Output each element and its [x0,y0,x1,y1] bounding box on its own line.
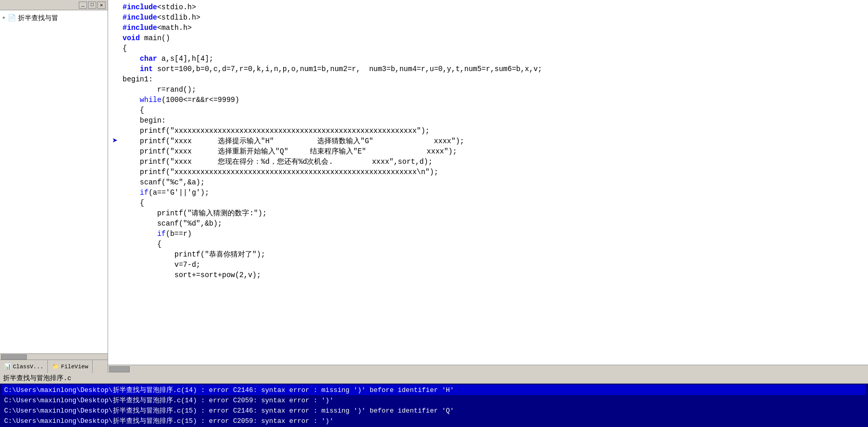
expand-icon: + [2,15,6,21]
code-line-19: if(a=='G'||'g'); [112,187,868,198]
code-line-5: { [112,43,868,54]
sidebar-tabs: 📊 ClassV... 📁 FileView [0,360,108,373]
output-filename: 折半查找与冒泡排序.c [0,373,868,384]
code-text-14: printf("xxxx 选择提示输入"H" 选择猜数输入"G" xxxx"); [123,136,868,146]
code-text-6: char a,s[4],h[4]; [123,54,868,64]
minimize-button[interactable]: _ [79,2,87,9]
code-text-12: begin: [123,115,868,126]
code-text-21: printf("请输入猜测的数字:"); [123,208,868,218]
tab-fileview[interactable]: 📁 FileView [48,360,93,373]
code-text-17: printf("xxxxxxxxxxxxxxxxxxxxxxxxxxxxxxxx… [123,167,868,177]
code-text-7: int sort=100,b=0,c,d=7,r=0,k,i,n,p,o,num… [123,64,868,74]
code-text-9: r=rand(); [123,84,868,95]
sidebar: _ □ ✕ + 📄 折半查找与冒 📊 ClassV... 📁 FileView [0,0,108,373]
classview-icon: 📊 [4,363,11,370]
sidebar-item-root[interactable]: + 📄 折半查找与冒 [2,12,106,24]
code-text-25: printf("恭喜你猜对了"); [123,249,868,260]
code-text-23: if(b==r) [123,229,868,239]
tab-classview[interactable]: 📊 ClassV... [0,360,48,373]
output-lines: C:\Users\maxinlong\Desktop\折半查找与冒泡排序.c(1… [0,384,868,427]
code-line-23: if(b==r) [112,229,868,239]
code-line-25: printf("恭喜你猜对了"); [112,249,868,260]
h-scrollbar-thumb[interactable] [109,366,130,372]
code-text-20: { [123,198,868,208]
sidebar-titlebar: _ □ ✕ [0,0,108,10]
code-text-27: sort+=sort+pow(2,v); [123,270,868,280]
code-line-15: printf("xxxx 选择重新开始输入"Q" 结束程序输入"E" xxxx"… [112,146,868,157]
code-line-27: sort+=sort+pow(2,v); [112,270,868,280]
code-line-21: printf("请输入猜测的数字:"); [112,208,868,218]
code-line-10: while(1000<=r&&r<=9999) [112,95,868,105]
code-line-13: printf("xxxxxxxxxxxxxxxxxxxxxxxxxxxxxxxx… [112,126,868,136]
code-text-13: printf("xxxxxxxxxxxxxxxxxxxxxxxxxxxxxxxx… [123,126,868,136]
code-line-16: printf("xxxx 您现在得分：%d，您还有%d次机会. xxxx",so… [112,157,868,167]
code-text-1: #include<stdio.h> [123,2,868,12]
code-line-8: begin1: [112,74,868,84]
code-line-11: { [112,105,868,115]
code-line-14: ➤ printf("xxxx 选择提示输入"H" 选择猜数输入"G" xxxx"… [112,136,868,146]
main-container: _ □ ✕ + 📄 折半查找与冒 📊 ClassV... 📁 FileView [0,0,868,373]
code-text-3: #include<math.h> [123,23,868,33]
code-line-20: { [112,198,868,208]
code-text-24: { [123,239,868,249]
sidebar-scrollbar[interactable] [0,353,108,360]
output-line-3[interactable]: C:\Users\maxinlong\Desktop\折半查找与冒泡排序.c(1… [2,405,866,416]
code-text-11: { [123,105,868,115]
file-icon: 📄 [8,14,16,22]
code-scroll-area[interactable]: #include<stdio.h> #include<stdlib.h> #in… [108,0,868,365]
code-text-10: while(1000<=r&&r<=9999) [123,95,868,105]
code-text-2: #include<stdlib.h> [123,12,868,23]
code-text-5: { [123,43,868,54]
code-scrollbar-bottom[interactable] [108,365,868,373]
code-text-22: scanf("%d",&b); [123,218,868,229]
code-text-15: printf("xxxx 选择重新开始输入"Q" 结束程序输入"E" xxxx"… [123,146,868,157]
code-line-22: scanf("%d",&b); [112,218,868,229]
close-button[interactable]: ✕ [97,2,106,9]
code-area: #include<stdio.h> #include<stdlib.h> #in… [108,0,868,373]
code-line-9: r=rand(); [112,84,868,95]
code-line-6: char a,s[4],h[4]; [112,54,868,64]
maximize-button[interactable]: □ [88,2,96,9]
code-text-26: v=7-d; [123,260,868,270]
sidebar-content: + 📄 折半查找与冒 [0,10,108,353]
code-line-24: { [112,239,868,249]
code-line-4: void main() [112,33,868,43]
code-line-18: scanf("%c",&a); [112,177,868,187]
code-line-3: #include<math.h> [112,23,868,33]
scrollbar-thumb[interactable] [1,354,27,360]
fileview-label: FileView [61,364,88,370]
output-line-1[interactable]: C:\Users\maxinlong\Desktop\折半查找与冒泡排序.c(1… [2,385,866,395]
code-line-2: #include<stdlib.h> [112,12,868,23]
code-line-17: printf("xxxxxxxxxxxxxxxxxxxxxxxxxxxxxxxx… [112,167,868,177]
code-line-1: #include<stdio.h> [112,2,868,12]
output-line-2[interactable]: C:\Users\maxinlong\Desktop\折半查找与冒泡排序.c(1… [2,395,866,405]
code-text-16: printf("xxxx 您现在得分：%d，您还有%d次机会. xxxx",so… [123,157,868,167]
code-text-8: begin1: [123,74,868,84]
sidebar-item-label: 折半查找与冒 [18,13,58,23]
arrow-14: ➤ [112,136,123,146]
code-line-12: begin: [112,115,868,126]
output-panel: 折半查找与冒泡排序.c C:\Users\maxinlong\Desktop\折… [0,373,868,427]
fileview-icon: 📁 [52,363,59,370]
code-line-7: int sort=100,b=0,c,d=7,r=0,k,i,n,p,o,num… [112,64,868,74]
classview-label: ClassV... [13,364,43,370]
output-line-4[interactable]: C:\Users\maxinlong\Desktop\折半查找与冒泡排序.c(1… [2,416,866,426]
code-text-18: scanf("%c",&a); [123,177,868,187]
code-line-26: v=7-d; [112,260,868,270]
code-text-4: void main() [123,33,868,43]
code-text-19: if(a=='G'||'g'); [123,187,868,198]
